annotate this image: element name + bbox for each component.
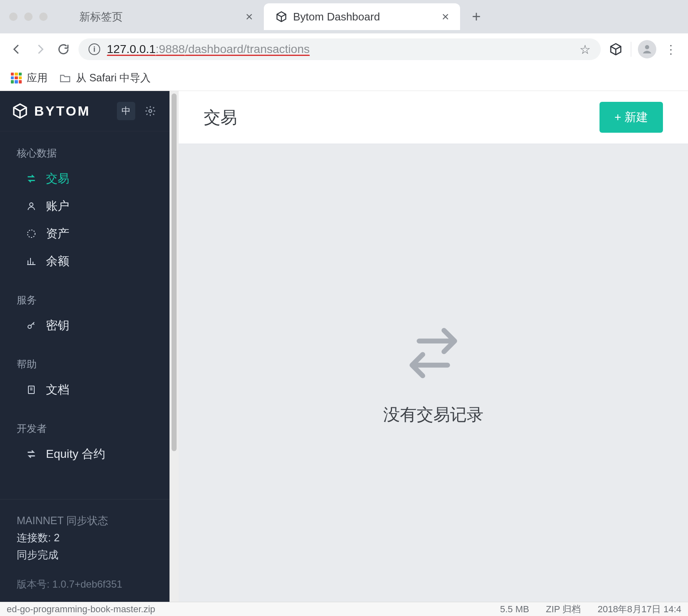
sidebar-heading-dev: 开发者 [0, 415, 169, 440]
tab-strip: 新标签页 × Bytom Dashboard × + [0, 0, 688, 33]
sidebar: BYTOM 中 核心数据 交易 账户 [0, 91, 169, 602]
site-info-icon[interactable]: i [89, 43, 100, 55]
close-icon[interactable]: × [439, 10, 452, 24]
sidebar-heading-core: 核心数据 [0, 140, 169, 165]
window-max-dot[interactable] [39, 13, 48, 21]
sidebar-item-keys[interactable]: 密钥 [0, 312, 169, 339]
language-badge-label: 中 [121, 105, 131, 117]
url-text: 127.0.0.1:9888/dashboard/transactions [107, 43, 573, 56]
download-kind: ZIP 归档 [546, 603, 581, 616]
browser-toolbar: i 127.0.0.1:9888/dashboard/transactions … [0, 33, 688, 65]
brand-text: BYTOM [34, 104, 91, 119]
apps-label: 应用 [27, 71, 48, 85]
empty-state: 没有交易记录 [179, 144, 688, 602]
swap-icon [25, 449, 38, 459]
sidebar-item-label: 密钥 [46, 318, 69, 333]
apps-shortcut[interactable]: 应用 [11, 71, 48, 85]
key-icon [25, 321, 38, 331]
tab-label: Bytom Dashboard [293, 10, 433, 23]
extension-bytom-icon[interactable] [607, 41, 624, 58]
sidebar-item-assets[interactable]: 资产 [0, 220, 169, 247]
reload-icon[interactable] [55, 41, 72, 58]
arrows-exchange-icon [398, 320, 469, 386]
tab-bytom-dashboard[interactable]: Bytom Dashboard × [264, 3, 460, 30]
browser-chrome: 新标签页 × Bytom Dashboard × + i 127.0.0.1:9… [0, 0, 688, 91]
circle-dashed-icon [25, 229, 38, 239]
sync-status-box: MAINNET 同步状态 连接数: 2 同步完成 [0, 500, 169, 576]
sidebar-item-balances[interactable]: 余额 [0, 247, 169, 275]
app-viewport: BYTOM 中 核心数据 交易 账户 [0, 91, 688, 602]
swap-icon [25, 173, 38, 184]
sidebar-item-label: 资产 [46, 226, 69, 242]
sidebar-section-help: 帮助 文档 [0, 343, 169, 407]
bookmark-star-icon[interactable]: ☆ [579, 42, 591, 57]
svg-point-0 [645, 45, 649, 49]
version-label: 版本号: 1.0.7+deb6f351 [0, 576, 169, 602]
sidebar-section-dev: 开发者 Equity 合约 [0, 407, 169, 471]
window-traffic-lights [9, 13, 48, 21]
sidebar-item-transactions[interactable]: 交易 [0, 165, 169, 192]
sidebar-section-core: 核心数据 交易 账户 资产 [0, 131, 169, 278]
page-title: 交易 [204, 106, 237, 129]
url-port: :9888 [156, 43, 185, 56]
download-filename[interactable]: ed-go-programming-book-master.zip [7, 604, 483, 615]
bytom-logo-icon [12, 103, 28, 119]
sidebar-item-equity[interactable]: Equity 合约 [0, 440, 169, 468]
scrollbar-track[interactable] [169, 91, 179, 602]
separator [631, 42, 631, 57]
language-toggle[interactable]: 中 [117, 102, 135, 120]
sync-title: MAINNET 同步状态 [17, 514, 153, 528]
tab-label: 新标签页 [79, 10, 237, 24]
back-icon[interactable] [8, 41, 25, 58]
download-date: 2018年8月17日 14:4 [597, 603, 681, 616]
apps-grid-icon [11, 73, 22, 83]
sidebar-heading-services: 服务 [0, 287, 169, 312]
bytom-favicon-icon [276, 11, 287, 23]
bar-chart-icon [25, 256, 38, 266]
sync-status: 同步完成 [17, 548, 153, 562]
sidebar-section-services: 服务 密钥 [0, 278, 169, 343]
download-size: 5.5 MB [500, 604, 529, 615]
page-header: 交易 + 新建 [179, 91, 688, 144]
sidebar-item-label: Equity 合约 [46, 446, 105, 462]
sidebar-item-label: 交易 [46, 171, 69, 187]
sync-connections: 连接数: 2 [17, 531, 153, 545]
scrollbar-thumb[interactable] [172, 93, 177, 451]
empty-state-message: 没有交易记录 [383, 403, 483, 426]
main-content: 交易 + 新建 没有交易记录 [179, 91, 688, 602]
new-tab-button[interactable]: + [466, 6, 487, 27]
folder-icon [59, 73, 71, 83]
brand[interactable]: BYTOM [12, 103, 109, 119]
url-path: /dashboard/transactions [185, 43, 310, 56]
sidebar-item-label: 账户 [46, 198, 69, 214]
url-host: 127.0.0.1 [107, 43, 156, 56]
browser-menu-icon[interactable]: ⋮ [663, 41, 680, 58]
address-bar[interactable]: i 127.0.0.1:9888/dashboard/transactions … [78, 38, 601, 60]
sidebar-heading-help: 帮助 [0, 351, 169, 376]
svg-point-2 [30, 203, 33, 206]
profile-avatar-icon[interactable] [638, 40, 656, 58]
svg-point-4 [28, 325, 31, 328]
bookmark-bar: 应用 从 Safari 中导入 [0, 65, 688, 91]
close-icon[interactable]: × [243, 10, 255, 24]
sidebar-item-label: 文档 [46, 382, 69, 398]
sidebar-item-docs[interactable]: 文档 [0, 376, 169, 404]
document-icon [25, 385, 38, 395]
tab-new-tab[interactable]: 新标签页 × [68, 3, 264, 30]
bookmark-folder-safari-import[interactable]: 从 Safari 中导入 [59, 71, 151, 85]
svg-point-1 [149, 110, 152, 113]
window-min-dot[interactable] [24, 13, 33, 21]
forward-icon [32, 41, 48, 58]
sidebar-header: BYTOM 中 [0, 91, 169, 131]
window-close-dot[interactable] [9, 13, 18, 21]
sidebar-item-accounts[interactable]: 账户 [0, 192, 169, 220]
settings-gear-icon[interactable] [143, 104, 158, 119]
sidebar-item-label: 余额 [46, 253, 69, 269]
bookmark-folder-label: 从 Safari 中导入 [76, 71, 151, 85]
new-transaction-button[interactable]: + 新建 [599, 102, 663, 133]
svg-point-3 [28, 230, 35, 237]
download-bar: ed-go-programming-book-master.zip 5.5 MB… [0, 602, 688, 616]
user-icon [25, 201, 38, 211]
